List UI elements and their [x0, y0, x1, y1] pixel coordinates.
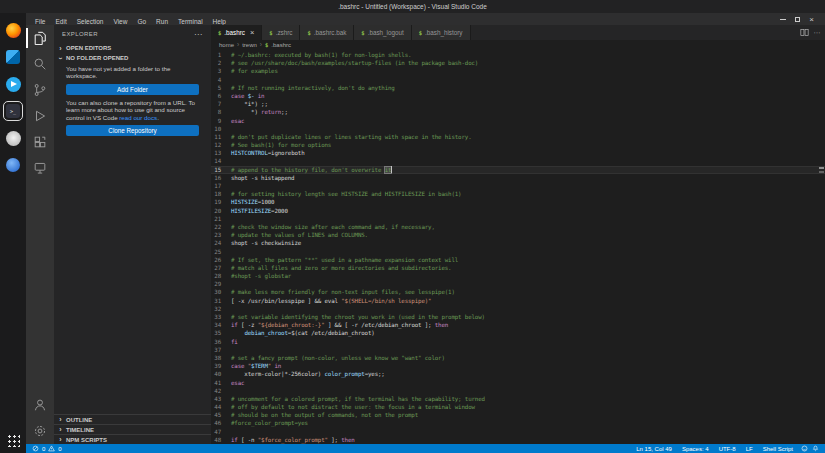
tab-close-icon[interactable]: × — [250, 28, 254, 37]
run-and-debug-icon[interactable] — [26, 103, 54, 129]
section-npm-scripts[interactable]: ›NPM SCRIPTS — [54, 434, 211, 444]
code-line[interactable]: 38# set a fancy prompt (non-color, unles… — [211, 354, 825, 362]
clone-repository-button[interactable]: Clone Repository — [66, 125, 199, 136]
code-line[interactable]: 32 — [211, 305, 825, 313]
breadcrumb-item-trewn[interactable]: trewn — [242, 42, 257, 48]
menu-selection[interactable]: Selection — [72, 18, 109, 25]
code-line[interactable]: 36fi — [211, 338, 825, 346]
code-line[interactable]: 7 *i*) ;; — [211, 100, 825, 108]
blue-app-icon[interactable] — [4, 156, 22, 174]
section-outline[interactable]: ›OUTLINE — [54, 414, 211, 424]
extensions-icon[interactable] — [26, 129, 54, 155]
code-line[interactable]: 25 — [211, 248, 825, 256]
code-line[interactable]: 31[ -x /usr/bin/lesspipe ] && eval "$(SH… — [211, 297, 825, 305]
section-timeline[interactable]: ›TIMELINE — [54, 424, 211, 434]
code-line[interactable]: 47 — [211, 428, 825, 436]
code-line[interactable]: 39case "$TERM" in — [211, 362, 825, 370]
explorer-icon[interactable] — [26, 25, 54, 51]
code-line[interactable]: 10 — [211, 125, 825, 133]
settings-gear-icon[interactable] — [26, 418, 54, 444]
code-line[interactable]: 34if [ -z "${debian_chroot:-}" ] && [ -r… — [211, 321, 825, 329]
menu-help[interactable]: Help — [208, 18, 231, 25]
code-line[interactable]: 8 *) return;; — [211, 108, 825, 116]
code-line[interactable]: 18# for setting history length see HISTS… — [211, 190, 825, 198]
code-line[interactable]: 37 — [211, 346, 825, 354]
section-open-editors[interactable]: › OPEN EDITORS — [54, 43, 211, 53]
code-line[interactable]: 4 — [211, 76, 825, 84]
search-icon[interactable] — [26, 51, 54, 77]
vscode-icon[interactable] — [4, 48, 22, 66]
code-line[interactable]: 1# ~/.bashrc: executed by bash(1) for no… — [211, 51, 825, 59]
terminal-icon[interactable]: >_ — [4, 102, 22, 120]
bell-icon[interactable] — [812, 445, 819, 452]
code-line[interactable]: 33# set variable identifying the chroot … — [211, 313, 825, 321]
code-line[interactable]: 3# for examples — [211, 67, 825, 75]
code-line[interactable]: 19HISTSIZE=1000 — [211, 198, 825, 206]
close-icon[interactable]: × — [809, 17, 814, 22]
code-editor[interactable]: 1# ~/.bashrc: executed by bash(1) for no… — [211, 49, 825, 444]
feedback-smiley-icon[interactable] — [801, 445, 808, 452]
code-line[interactable]: 11# don't put duplicate lines or lines s… — [211, 133, 825, 141]
code-line[interactable]: 13HISTCONTROL=ignoreboth — [211, 149, 825, 157]
menu-go[interactable]: Go — [132, 18, 151, 25]
source-control-icon[interactable] — [26, 77, 54, 103]
gray-app-icon[interactable] — [4, 129, 22, 147]
read-our-docs-link[interactable]: read our docs — [119, 114, 157, 121]
minimize-icon[interactable] — [780, 19, 786, 20]
status-ln-15-col-49[interactable]: Ln 15, Col 49 — [631, 446, 677, 452]
code-line[interactable]: 15# append to the history file, don't ov… — [211, 166, 825, 174]
code-line[interactable]: 26# If set, the pattern "**" used in a p… — [211, 256, 825, 264]
menu-edit[interactable]: Edit — [50, 18, 71, 25]
code-line[interactable]: 46#force_color_prompt=yes — [211, 419, 825, 427]
menu-view[interactable]: View — [108, 18, 132, 25]
accounts-icon[interactable] — [26, 392, 54, 418]
breadcrumb-item-home[interactable]: home — [219, 42, 234, 48]
code-line[interactable]: 20HISTFILESIZE=2000 — [211, 207, 825, 215]
tab-.bash_logout[interactable]: $.bash_logout — [354, 25, 411, 40]
remote-explorer-icon[interactable] — [26, 155, 54, 181]
status-utf-8[interactable]: UTF-8 — [714, 446, 741, 452]
code-line[interactable]: 16shopt -s histappend — [211, 174, 825, 182]
code-line[interactable]: 27# match all files and zero or more dir… — [211, 264, 825, 272]
split-editor-icon[interactable] — [800, 28, 809, 37]
show-applications-icon[interactable] — [6, 433, 20, 447]
code-line[interactable]: 21 — [211, 215, 825, 223]
code-line[interactable]: 43# uncomment for a colored prompt, if t… — [211, 395, 825, 403]
sidebar-more-actions-icon[interactable]: ⋯ — [194, 30, 203, 39]
breadcrumb-item-bashrc[interactable]: .bashrc — [271, 42, 291, 48]
code-line[interactable]: 12# See bash(1) for more options — [211, 141, 825, 149]
tab-.zshrc[interactable]: $.zshrc — [262, 25, 300, 40]
status-spaces-4[interactable]: Spaces: 4 — [677, 446, 714, 452]
code-line[interactable]: 29 — [211, 280, 825, 288]
menu-terminal[interactable]: Terminal — [173, 18, 208, 25]
code-line[interactable]: 6case $- in — [211, 92, 825, 100]
add-folder-button[interactable]: Add Folder — [66, 84, 199, 95]
code-line[interactable]: 24shopt -s checkwinsize — [211, 239, 825, 247]
more-actions-icon[interactable]: ⋯ — [814, 29, 822, 37]
code-line[interactable]: 30# make less more friendly for non-text… — [211, 288, 825, 296]
code-line[interactable]: 40 xterm-color|*-256color) color_prompt=… — [211, 370, 825, 378]
tab-.bash_history[interactable]: $.bash_history — [412, 25, 471, 40]
firefox-icon[interactable] — [4, 21, 22, 39]
maximize-icon[interactable] — [795, 17, 800, 22]
tab-.bashrc.bak[interactable]: $.bashrc.bak — [300, 25, 354, 40]
status-lf[interactable]: LF — [741, 446, 758, 452]
menu-run[interactable]: Run — [151, 18, 173, 25]
code-line[interactable]: 35 debian_chroot=$(cat /etc/debian_chroo… — [211, 329, 825, 337]
code-line[interactable]: 44# off by default to not distract the u… — [211, 403, 825, 411]
code-line[interactable]: 42 — [211, 387, 825, 395]
code-line[interactable]: 2# see /usr/share/doc/bash/examples/star… — [211, 59, 825, 67]
code-line[interactable]: 14 — [211, 157, 825, 165]
telegram-icon[interactable] — [4, 75, 22, 93]
code-line[interactable]: 28#shopt -s globstar — [211, 272, 825, 280]
code-line[interactable]: 22# check the window size after each com… — [211, 223, 825, 231]
section-no-folder-opened[interactable]: › NO FOLDER OPENED — [54, 53, 211, 63]
status-shell-script[interactable]: Shell Script — [758, 446, 798, 452]
problems-status[interactable]: 0 0 — [32, 445, 62, 452]
code-line[interactable]: 45# should be on the output of commands,… — [211, 411, 825, 419]
tab-.bashrc[interactable]: $.bashrc× — [211, 25, 262, 40]
code-line[interactable]: 5# If not running interactively, don't d… — [211, 84, 825, 92]
code-line[interactable]: 23# update the values of LINES and COLUM… — [211, 231, 825, 239]
menu-file[interactable]: File — [30, 18, 50, 25]
code-line[interactable]: 41esac — [211, 379, 825, 387]
